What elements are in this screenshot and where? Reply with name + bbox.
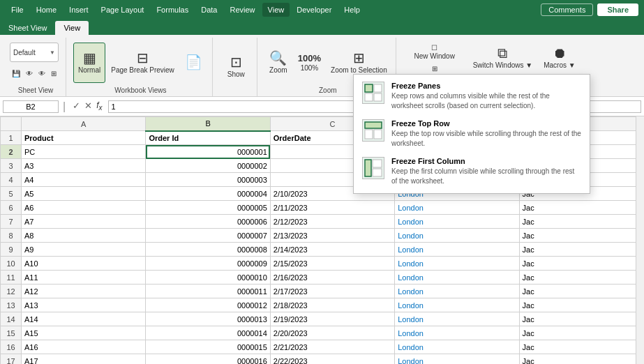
share-button[interactable]: Share [597,3,638,16]
cell-product[interactable]: A3 [22,159,146,173]
cell-date[interactable]: 2/14/2023 [270,243,394,257]
cell-product[interactable]: PC [22,145,146,159]
cell-date[interactable]: 2/22/2023 [270,354,394,365]
cell-date[interactable]: 2/20/2023 [270,326,394,340]
eye2-icon-btn[interactable]: 👁 [36,63,47,83]
cell-city[interactable]: London [395,271,519,285]
cell-date[interactable]: 2/21/2023 [270,340,394,354]
comments-button[interactable]: Comments [541,3,593,16]
cell-date[interactable]: 2/18/2023 [270,298,394,312]
cell-orderer[interactable]: Jac [519,312,643,326]
cell-date[interactable]: 2/15/2023 [270,257,394,271]
cell-orderer[interactable]: Jac [519,340,643,354]
grid-icon-btn[interactable]: ⊞ [49,63,59,83]
cell-date[interactable]: 2/17/2023 [270,285,394,298]
cell-product[interactable]: Product [22,131,146,145]
cell-order-id[interactable]: 0000007 [146,229,270,243]
macros-button[interactable]: ⏺ Macros ▼ [539,42,579,74]
cell-product[interactable]: A4 [22,173,146,187]
cell-order-id[interactable]: 0000013 [146,312,270,326]
cell-date[interactable]: 2/12/2023 [270,215,394,229]
cell-city[interactable]: London [395,312,519,326]
tab-view[interactable]: View [55,21,89,35]
cell-city[interactable]: London [395,298,519,312]
cell-orderer[interactable]: Jac [519,229,643,243]
tab-sheet-view[interactable]: Sheet View [0,21,55,35]
cell-product[interactable]: A14 [22,312,146,326]
custom-views-button[interactable]: 📄 [180,43,208,83]
cell-city[interactable]: London [395,243,519,257]
eye-icon-btn[interactable]: 👁 [24,63,35,83]
cell-city[interactable]: London [395,285,519,298]
normal-button[interactable]: ▦ Normal [73,43,105,83]
fx-check-icon[interactable]: ✓ [73,100,80,112]
cell-city[interactable]: London [395,229,519,243]
dropdown-default-button[interactable]: Default ▼ [10,43,59,62]
cell-order-id[interactable]: 0000008 [146,243,270,257]
cell-orderer[interactable]: Jac [519,257,643,271]
switch-windows-button[interactable]: ⧉ Switch Windows ▼ [469,42,537,74]
cell-product[interactable]: A11 [22,271,146,285]
show-button[interactable]: ⊡ Show [222,47,250,87]
cell-product[interactable]: A15 [22,326,146,340]
col-header-a[interactable]: A [22,117,146,131]
cell-city[interactable]: London [395,326,519,340]
cell-order-id[interactable]: 0000004 [146,187,270,201]
save-icon-btn[interactable]: 💾 [10,63,22,83]
cell-date[interactable]: 2/13/2023 [270,229,394,243]
cell-order-id[interactable]: 0000005 [146,201,270,215]
cell-date[interactable]: 2/16/2023 [270,271,394,285]
menu-help[interactable]: Help [338,3,366,17]
cell-city[interactable]: London [395,354,519,365]
cell-order-id[interactable]: 0000011 [146,285,270,298]
cell-order-id[interactable]: 0000010 [146,271,270,285]
cell-product[interactable]: A10 [22,257,146,271]
menu-home[interactable]: Home [31,3,62,17]
menu-insert[interactable]: Insert [63,3,94,17]
freeze-first-column-item[interactable]: Freeze First Column Keep the first colum… [354,153,590,190]
menu-developer[interactable]: Developer [291,3,337,17]
cell-product[interactable]: A12 [22,285,146,298]
col-header-b[interactable]: B [146,117,270,131]
cell-order-id[interactable]: 0000012 [146,298,270,312]
cell-orderer[interactable]: Jac [519,243,643,257]
vertical-scrollbar[interactable] [636,116,644,364]
cell-product[interactable]: A7 [22,215,146,229]
cell-product[interactable]: A9 [22,243,146,257]
page-break-preview-button[interactable]: ⊟ Page Break Preview [107,43,179,83]
freeze-panes-item[interactable]: Freeze Panes Keep rows and columns visib… [354,77,590,115]
cell-order-id[interactable]: 0000015 [146,340,270,354]
cell-product[interactable]: A13 [22,298,146,312]
cell-order-id[interactable]: 0000016 [146,354,270,365]
fx-cross-icon[interactable]: ✕ [84,100,92,112]
cell-product[interactable]: A17 [22,354,146,365]
cell-city[interactable]: London [395,340,519,354]
cell-order-id[interactable]: 0000002 [146,159,270,173]
zoom-button[interactable]: 🔍 Zoom [264,43,292,83]
cell-product[interactable]: A16 [22,340,146,354]
cell-order-id[interactable]: 0000003 [146,173,270,187]
name-box[interactable] [3,100,59,113]
cell-product[interactable]: A5 [22,187,146,201]
cell-city[interactable]: London [395,215,519,229]
cell-orderer[interactable]: Jac [519,215,643,229]
cell-product[interactable]: A6 [22,201,146,215]
cell-orderer[interactable]: Jac [519,298,643,312]
new-window-button[interactable]: ☐ New Window [403,42,466,61]
cell-order-id[interactable]: 0000014 [146,326,270,340]
cell-order-id[interactable]: 0000009 [146,257,270,271]
cell-city[interactable]: London [395,201,519,215]
menu-data[interactable]: Data [195,3,223,17]
menu-file[interactable]: File [6,3,29,17]
cell-orderer[interactable]: Jac [519,271,643,285]
cell-product[interactable]: A8 [22,229,146,243]
cell-date[interactable]: 2/11/2023 [270,201,394,215]
cell-order-id[interactable]: 0000006 [146,215,270,229]
cell-order-id[interactable]: 0000001 [146,145,270,159]
menu-formulas[interactable]: Formulas [151,3,194,17]
cell-orderer[interactable]: Jac [519,201,643,215]
cell-city[interactable]: London [395,257,519,271]
cell-orderer[interactable]: Jac [519,354,643,365]
menu-page-layout[interactable]: Page Layout [96,3,150,17]
menu-view[interactable]: View [262,3,290,17]
